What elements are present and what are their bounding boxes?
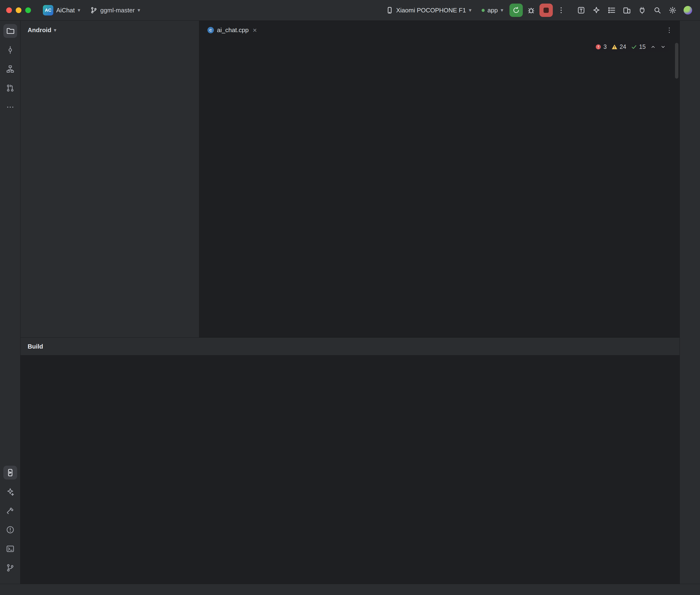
plugins-icon[interactable] [636, 4, 648, 16]
pair-devices-icon[interactable] [621, 4, 633, 16]
more-vertical-icon [557, 6, 565, 14]
build-hammer-icon[interactable] [3, 504, 17, 518]
branch-icon [90, 7, 97, 14]
run-config-status-icon [482, 9, 485, 12]
stop-icon [543, 8, 549, 13]
editor-tab-bar: C ai_chat.cpp × [199, 21, 679, 39]
editor-options-icon[interactable] [666, 27, 673, 34]
minimize-window-button[interactable] [16, 7, 22, 13]
main-toolbar: AC AiChat ▾ ggml-master ▾ Xiaomi POCOPHO… [0, 0, 700, 21]
chevron-down-icon: ▾ [501, 8, 503, 13]
device-selector[interactable]: Xiaomi POCOPHONE F1 ▾ [382, 4, 475, 17]
code-editor[interactable]: 3 24 15 [199, 39, 679, 337]
device-name: Xiaomi POCOPHONE F1 [396, 7, 466, 14]
build-tree [39, 356, 170, 584]
chevron-down-icon: ▾ [138, 8, 140, 13]
warning-icon [611, 44, 618, 50]
main-area: Android ▾ C ai_chat.cpp × [0, 21, 700, 584]
device-icon [386, 7, 393, 14]
next-problem-icon[interactable] [661, 44, 666, 50]
more-actions-button[interactable] [555, 4, 567, 16]
editor-tab[interactable]: C ai_chat.cpp × [203, 21, 262, 39]
build-tool-window: Build [21, 337, 679, 584]
errors-count-group: 3 [595, 43, 607, 50]
project-widget[interactable]: AC AiChat ▾ [39, 3, 84, 18]
rerun-icon [512, 7, 520, 14]
warnings-count: 24 [619, 43, 626, 50]
top-split: Android ▾ C ai_chat.cpp × [21, 21, 679, 337]
window-controls [6, 7, 31, 13]
build-console[interactable] [170, 356, 679, 584]
build-panel-header: Build [21, 338, 679, 356]
android-studio-window: { "titlebar": { "project": {"badge": "AC… [0, 0, 700, 595]
scrollbar-thumb[interactable] [675, 43, 678, 79]
status-bar [0, 584, 700, 595]
chevron-down-icon: ▾ [54, 28, 56, 33]
more-horizontal-icon[interactable] [3, 100, 17, 114]
rerun-button[interactable] [509, 4, 523, 17]
debug-button[interactable] [525, 4, 537, 16]
assistant-icon[interactable] [3, 485, 17, 499]
build-panel-body [21, 356, 679, 584]
toolbar-icon-group [575, 4, 694, 16]
code-lines [199, 39, 673, 337]
project-tool-window: Android ▾ [21, 21, 199, 337]
problems-icon[interactable] [3, 523, 17, 537]
run-configuration-selector[interactable]: app ▾ [478, 4, 507, 17]
project-name: AiChat [56, 7, 75, 14]
passed-count: 15 [639, 43, 646, 50]
stop-button[interactable] [539, 4, 553, 17]
error-stripe[interactable] [673, 39, 679, 337]
project-tree [21, 39, 199, 337]
search-icon[interactable] [651, 4, 663, 16]
close-tab-icon[interactable]: × [253, 27, 257, 34]
build-panel-title: Build [28, 343, 43, 350]
profile-avatar[interactable] [682, 4, 694, 16]
error-icon [595, 44, 601, 50]
inspections-widget[interactable]: 3 24 15 [592, 41, 669, 52]
running-devices-icon[interactable] [3, 466, 17, 480]
commit-icon[interactable] [3, 43, 17, 57]
structure-icon[interactable] [3, 62, 17, 76]
project-panel-header: Android ▾ [21, 21, 199, 39]
chevron-down-icon: ▾ [469, 8, 472, 13]
close-window-button[interactable] [6, 7, 12, 13]
compose-preview-icon[interactable] [575, 4, 587, 16]
right-tool-strip [679, 21, 700, 584]
prev-problem-icon[interactable] [650, 44, 656, 50]
bug-icon [527, 6, 535, 14]
left-tool-strip [0, 21, 21, 584]
version-control-icon[interactable] [3, 561, 17, 575]
check-icon [631, 44, 637, 50]
project-view-selector[interactable]: Android ▾ [28, 26, 56, 34]
terminal-icon[interactable] [3, 542, 17, 556]
errors-count: 3 [603, 43, 607, 50]
branch-name: ggml-master [100, 7, 135, 14]
todo-list-icon[interactable] [606, 4, 618, 16]
fullscreen-window-button[interactable] [25, 7, 31, 13]
pull-requests-icon[interactable] [3, 81, 17, 95]
center-area: Android ▾ C ai_chat.cpp × [21, 21, 679, 584]
project-folder-icon[interactable] [3, 24, 17, 38]
vcs-branch-widget[interactable]: ggml-master ▾ [86, 4, 144, 17]
warnings-count-group: 24 [611, 43, 626, 50]
cpp-file-icon: C [207, 27, 214, 33]
settings-icon[interactable] [667, 4, 678, 16]
project-logo: AC [43, 5, 53, 16]
build-toolbar [21, 356, 39, 584]
project-view-name: Android [28, 26, 52, 34]
passed-count-group: 15 [631, 43, 646, 50]
editor-area: C ai_chat.cpp × 3 [199, 21, 679, 337]
run-config-name: app [487, 7, 498, 14]
ai-actions-icon[interactable] [590, 4, 603, 16]
editor-tab-label: ai_chat.cpp [217, 26, 249, 34]
chevron-down-icon: ▾ [78, 8, 80, 13]
